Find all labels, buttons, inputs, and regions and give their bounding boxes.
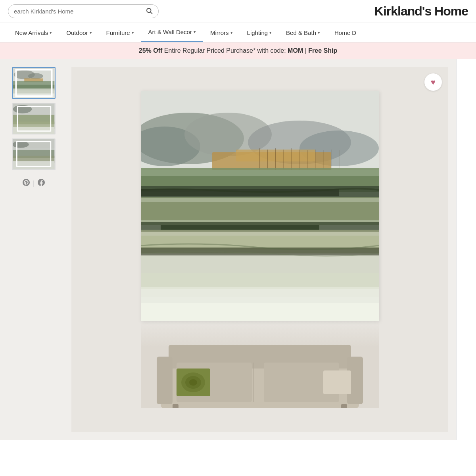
chevron-down-icon: ▾ <box>318 30 320 35</box>
nav-label-art-wall-decor: Art & Wall Decor <box>148 29 192 35</box>
nav-label-mirrors: Mirrors <box>210 29 229 36</box>
promo-discount: 25% Off <box>139 47 163 54</box>
product-image-area: ♥ <box>63 59 456 440</box>
sofa-illustration <box>141 329 379 408</box>
chevron-down-icon: ▾ <box>269 30 272 35</box>
nav-item-art-wall-decor[interactable]: Art & Wall Decor ▾ <box>141 23 203 42</box>
nav-item-bed-bath[interactable]: Bed & Bath ▾ <box>279 24 327 42</box>
svg-point-73 <box>189 379 197 386</box>
nav-item-lighting[interactable]: Lighting ▾ <box>240 24 279 42</box>
svg-rect-24 <box>13 161 55 169</box>
svg-rect-68 <box>173 404 178 408</box>
divider: | <box>33 179 35 188</box>
chevron-down-icon: ▾ <box>90 30 92 35</box>
search-icon <box>146 7 153 14</box>
thumbnail-2-image <box>13 104 55 134</box>
svg-line-1 <box>150 12 152 13</box>
promo-text: Entire Regular Priced Purchase* with cod… <box>162 47 288 54</box>
svg-rect-51 <box>141 202 379 220</box>
chevron-down-icon: ▾ <box>230 30 233 35</box>
nav-label-furniture: Furniture <box>106 29 130 36</box>
search-input[interactable] <box>14 8 143 15</box>
svg-rect-63 <box>157 357 173 404</box>
chevron-down-icon: ▾ <box>132 30 134 35</box>
thumbnail-1-image <box>13 68 55 98</box>
svg-rect-53 <box>161 225 319 230</box>
promo-separator: | <box>303 47 308 54</box>
promo-banner: 25% Off Entire Regular Priced Purchase* … <box>0 42 476 59</box>
room-context <box>141 321 379 408</box>
svg-point-5 <box>28 73 43 79</box>
nav-item-outdoor[interactable]: Outdoor ▾ <box>59 24 99 42</box>
promo-freeship: Free Ship <box>308 47 337 54</box>
facebook-icon[interactable] <box>38 178 45 189</box>
nav-label-home-d: Home D <box>334 29 356 36</box>
heart-icon: ♥ <box>431 78 436 87</box>
svg-rect-60 <box>141 303 379 321</box>
product-image-wrapper: ♥ <box>71 67 448 432</box>
nav-label-outdoor: Outdoor <box>66 29 88 36</box>
thumbnail-2[interactable] <box>12 103 56 134</box>
nav-item-mirrors[interactable]: Mirrors ▾ <box>203 24 240 42</box>
painting-artwork <box>141 91 379 321</box>
svg-rect-69 <box>341 404 347 408</box>
nav-item-home-d[interactable]: Home D <box>327 24 363 42</box>
svg-point-21 <box>13 141 29 148</box>
product-thumbnails: | <box>0 59 63 440</box>
nav-label-bed-bath: Bed & Bath <box>286 29 316 36</box>
pinterest-icon[interactable] <box>23 178 30 189</box>
main-nav: New Arrivals ▾ Outdoor ▾ Furniture ▾ Art… <box>0 23 476 42</box>
promo-code: MOM <box>288 47 303 54</box>
wishlist-button[interactable]: ♥ <box>424 73 442 91</box>
nav-label-new-arrivals: New Arrivals <box>15 29 48 36</box>
main-product-image <box>141 91 379 321</box>
thumbnail-3-image <box>13 139 55 169</box>
right-panel <box>456 59 476 440</box>
thumbnail-3[interactable] <box>12 138 56 170</box>
social-share-icons: | <box>23 178 45 189</box>
search-bar <box>8 4 159 18</box>
search-button[interactable] <box>146 7 153 15</box>
nav-item-new-arrivals[interactable]: New Arrivals ▾ <box>8 24 59 42</box>
chevron-down-icon: ▾ <box>50 30 52 35</box>
svg-rect-74 <box>323 370 351 394</box>
main-content: | ♥ <box>0 59 476 440</box>
svg-rect-49 <box>141 189 339 196</box>
thumbnail-1[interactable] <box>12 67 56 99</box>
brand-logo: Kirkland's Home <box>374 4 468 19</box>
svg-rect-17 <box>13 127 55 134</box>
nav-label-lighting: Lighting <box>247 29 268 36</box>
chevron-down-icon: ▾ <box>194 29 196 35</box>
nav-item-furniture[interactable]: Furniture ▾ <box>99 24 141 42</box>
header: Kirkland's Home <box>0 0 476 23</box>
